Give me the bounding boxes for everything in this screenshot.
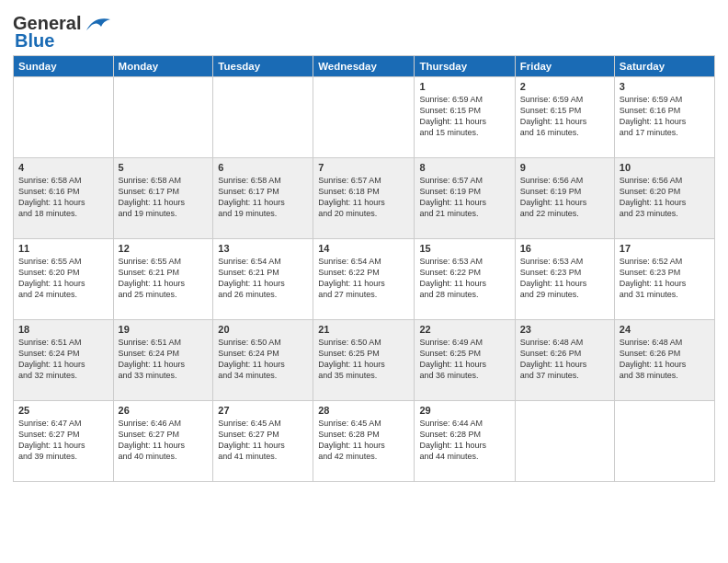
calendar-cell: 29Sunrise: 6:44 AM Sunset: 6:28 PM Dayli… [415,401,515,482]
calendar-cell: 21Sunrise: 6:50 AM Sunset: 6:25 PM Dayli… [313,320,415,401]
logo: General Blue [13,9,112,52]
header-tuesday: Tuesday [213,56,313,77]
week-row-3: 11Sunrise: 6:55 AM Sunset: 6:20 PM Dayli… [14,239,715,320]
day-number: 12 [119,243,209,254]
day-info: Sunrise: 6:54 AM Sunset: 6:22 PM Dayligh… [318,256,409,301]
calendar-cell: 16Sunrise: 6:53 AM Sunset: 6:23 PM Dayli… [515,239,614,320]
header-wednesday: Wednesday [313,56,415,77]
day-number: 29 [419,405,509,416]
day-number: 28 [318,405,409,416]
calendar-cell: 26Sunrise: 6:46 AM Sunset: 6:27 PM Dayli… [113,401,213,482]
day-info: Sunrise: 6:57 AM Sunset: 6:19 PM Dayligh… [419,175,509,220]
day-info: Sunrise: 6:51 AM Sunset: 6:24 PM Dayligh… [119,337,209,382]
day-number: 6 [218,162,308,173]
day-number: 25 [18,405,108,416]
calendar-cell [313,77,415,158]
day-info: Sunrise: 6:50 AM Sunset: 6:24 PM Dayligh… [218,337,308,382]
day-number: 17 [620,243,710,254]
calendar-cell: 18Sunrise: 6:51 AM Sunset: 6:24 PM Dayli… [14,320,114,401]
day-number: 10 [620,162,710,173]
day-number: 13 [218,243,308,254]
day-number: 7 [318,162,409,173]
day-number: 5 [119,162,209,173]
day-info: Sunrise: 6:48 AM Sunset: 6:26 PM Dayligh… [520,337,609,382]
day-info: Sunrise: 6:59 AM Sunset: 6:15 PM Dayligh… [520,94,609,139]
calendar-cell: 12Sunrise: 6:55 AM Sunset: 6:21 PM Dayli… [113,239,213,320]
header-saturday: Saturday [614,56,714,77]
calendar-cell: 14Sunrise: 6:54 AM Sunset: 6:22 PM Dayli… [313,239,415,320]
week-row-2: 4Sunrise: 6:58 AM Sunset: 6:16 PM Daylig… [14,158,715,239]
day-number: 15 [419,243,509,254]
calendar-cell: 8Sunrise: 6:57 AM Sunset: 6:19 PM Daylig… [415,158,515,239]
calendar-cell: 24Sunrise: 6:48 AM Sunset: 6:26 PM Dayli… [614,320,714,401]
calendar-cell: 2Sunrise: 6:59 AM Sunset: 6:15 PM Daylig… [515,77,614,158]
header-monday: Monday [113,56,213,77]
day-info: Sunrise: 6:58 AM Sunset: 6:16 PM Dayligh… [18,175,108,220]
day-number: 16 [520,243,609,254]
day-info: Sunrise: 6:53 AM Sunset: 6:22 PM Dayligh… [419,256,509,301]
week-row-4: 18Sunrise: 6:51 AM Sunset: 6:24 PM Dayli… [14,320,715,401]
day-number: 14 [318,243,409,254]
calendar-cell [515,401,614,482]
week-row-1: 1Sunrise: 6:59 AM Sunset: 6:15 PM Daylig… [14,77,715,158]
day-number: 23 [520,324,609,335]
day-info: Sunrise: 6:59 AM Sunset: 6:15 PM Dayligh… [419,94,509,139]
day-info: Sunrise: 6:45 AM Sunset: 6:27 PM Dayligh… [218,418,308,463]
calendar-cell: 17Sunrise: 6:52 AM Sunset: 6:23 PM Dayli… [614,239,714,320]
calendar-cell: 22Sunrise: 6:49 AM Sunset: 6:25 PM Dayli… [415,320,515,401]
calendar-cell: 13Sunrise: 6:54 AM Sunset: 6:21 PM Dayli… [213,239,313,320]
calendar-cell [614,401,714,482]
day-number: 24 [620,324,710,335]
day-number: 19 [119,324,209,335]
day-info: Sunrise: 6:55 AM Sunset: 6:20 PM Dayligh… [18,256,108,301]
header-friday: Friday [515,56,614,77]
day-number: 9 [520,162,609,173]
day-info: Sunrise: 6:52 AM Sunset: 6:23 PM Dayligh… [620,256,710,301]
day-number: 27 [218,405,308,416]
calendar-table: Sunday Monday Tuesday Wednesday Thursday… [13,55,715,482]
week-row-5: 25Sunrise: 6:47 AM Sunset: 6:27 PM Dayli… [14,401,715,482]
logo-bird-icon [85,14,112,34]
day-info: Sunrise: 6:55 AM Sunset: 6:21 PM Dayligh… [119,256,209,301]
calendar-cell: 23Sunrise: 6:48 AM Sunset: 6:26 PM Dayli… [515,320,614,401]
day-number: 3 [620,81,710,92]
header-thursday: Thursday [415,56,515,77]
day-info: Sunrise: 6:56 AM Sunset: 6:19 PM Dayligh… [520,175,609,220]
header-sunday: Sunday [14,56,114,77]
day-info: Sunrise: 6:53 AM Sunset: 6:23 PM Dayligh… [520,256,609,301]
day-info: Sunrise: 6:47 AM Sunset: 6:27 PM Dayligh… [18,418,108,463]
calendar-cell: 11Sunrise: 6:55 AM Sunset: 6:20 PM Dayli… [14,239,114,320]
weekday-header-row: Sunday Monday Tuesday Wednesday Thursday… [14,56,715,77]
calendar-cell: 6Sunrise: 6:58 AM Sunset: 6:17 PM Daylig… [213,158,313,239]
day-number: 1 [419,81,509,92]
calendar-cell: 25Sunrise: 6:47 AM Sunset: 6:27 PM Dayli… [14,401,114,482]
day-info: Sunrise: 6:45 AM Sunset: 6:28 PM Dayligh… [318,418,409,463]
calendar-cell: 15Sunrise: 6:53 AM Sunset: 6:22 PM Dayli… [415,239,515,320]
calendar-cell: 1Sunrise: 6:59 AM Sunset: 6:15 PM Daylig… [415,77,515,158]
day-info: Sunrise: 6:58 AM Sunset: 6:17 PM Dayligh… [218,175,308,220]
calendar-cell: 3Sunrise: 6:59 AM Sunset: 6:16 PM Daylig… [614,77,714,158]
day-number: 11 [18,243,108,254]
day-info: Sunrise: 6:50 AM Sunset: 6:25 PM Dayligh… [318,337,409,382]
day-info: Sunrise: 6:48 AM Sunset: 6:26 PM Dayligh… [620,337,710,382]
day-number: 20 [218,324,308,335]
calendar-cell [113,77,213,158]
day-info: Sunrise: 6:46 AM Sunset: 6:27 PM Dayligh… [119,418,209,463]
calendar-cell: 9Sunrise: 6:56 AM Sunset: 6:19 PM Daylig… [515,158,614,239]
day-number: 2 [520,81,609,92]
calendar-cell: 7Sunrise: 6:57 AM Sunset: 6:18 PM Daylig… [313,158,415,239]
header: General Blue [13,9,715,52]
day-number: 4 [18,162,108,173]
day-info: Sunrise: 6:54 AM Sunset: 6:21 PM Dayligh… [218,256,308,301]
page-container: General Blue Sunday Monday Tuesday Wedne… [0,0,728,488]
calendar-cell: 20Sunrise: 6:50 AM Sunset: 6:24 PM Dayli… [213,320,313,401]
day-info: Sunrise: 6:44 AM Sunset: 6:28 PM Dayligh… [419,418,509,463]
day-number: 21 [318,324,409,335]
calendar-cell: 27Sunrise: 6:45 AM Sunset: 6:27 PM Dayli… [213,401,313,482]
calendar-cell: 19Sunrise: 6:51 AM Sunset: 6:24 PM Dayli… [113,320,213,401]
day-number: 8 [419,162,509,173]
calendar-cell: 5Sunrise: 6:58 AM Sunset: 6:17 PM Daylig… [113,158,213,239]
day-number: 26 [119,405,209,416]
day-info: Sunrise: 6:57 AM Sunset: 6:18 PM Dayligh… [318,175,409,220]
calendar-cell: 10Sunrise: 6:56 AM Sunset: 6:20 PM Dayli… [614,158,714,239]
